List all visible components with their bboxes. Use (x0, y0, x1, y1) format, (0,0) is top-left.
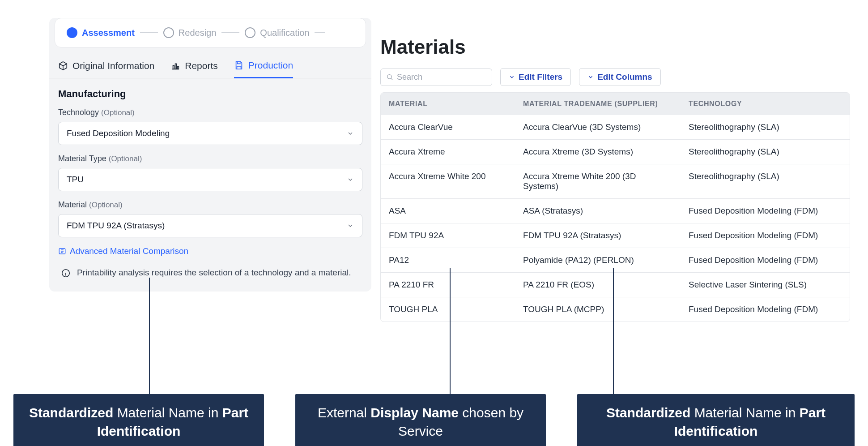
label-text: Material (58, 200, 87, 209)
tab-reports[interactable]: Reports (170, 60, 218, 78)
table-row[interactable]: ASAASA (Stratasys)Fused Deposition Model… (381, 198, 850, 223)
cell-material: TOUGH PLA (381, 297, 515, 322)
section-title: Manufacturing (49, 78, 371, 105)
step-qualification[interactable]: Qualification (245, 27, 309, 38)
cell-tradename: Polyamide (PA12) (PERLON) (515, 248, 681, 272)
step-dot-active-icon (67, 27, 77, 38)
cell-technology: Stereolithography (SLA) (681, 115, 842, 139)
cell-tradename: Accura Xtreme (3D Systems) (515, 140, 681, 164)
label-text: Technology (58, 108, 99, 117)
cell-material: PA 2210 FR (381, 273, 515, 297)
material-select[interactable]: FDM TPU 92A (Stratasys) (58, 214, 362, 237)
svg-point-5 (387, 75, 391, 79)
field-label: Material (Optional) (58, 200, 362, 210)
cell-technology: Stereolithography (SLA) (681, 140, 842, 164)
step-dot-hollow-icon (245, 27, 255, 38)
edit-filters-button[interactable]: Edit Filters (500, 68, 571, 86)
select-value: FDM TPU 92A (Stratasys) (67, 221, 165, 231)
technology-select[interactable]: Fused Deposition Modeling (58, 122, 362, 145)
callout-3: Standardized Material Name in Part Ident… (577, 394, 855, 446)
step-redesign[interactable]: Redesign (163, 27, 217, 38)
table-row[interactable]: FDM TPU 92AFDM TPU 92A (Stratasys)Fused … (381, 223, 850, 248)
cell-technology: Fused Deposition Modeling (FDM) (681, 223, 842, 248)
callout-text: Material Name in (113, 405, 222, 420)
optional-text: (Optional) (89, 201, 123, 209)
callout-1: Standardized Material Name in Part Ident… (13, 394, 264, 446)
search-icon (386, 73, 393, 81)
page-title: Materials (380, 36, 850, 58)
svg-rect-1 (175, 64, 177, 69)
cell-technology: Fused Deposition Modeling (FDM) (681, 248, 842, 272)
callout-text: Material Name in (690, 405, 799, 420)
toolbar: Edit Filters Edit Columns (380, 68, 850, 86)
step-label: Qualification (260, 28, 309, 38)
col-material[interactable]: MATERIAL (381, 93, 515, 115)
cell-material: ASA (381, 199, 515, 223)
chevron-down-icon (347, 130, 354, 137)
table-row[interactable]: Accura XtremeAccura Xtreme (3D Systems)S… (381, 139, 850, 164)
material-type-select[interactable]: TPU (58, 168, 362, 191)
step-label: Redesign (179, 28, 217, 38)
optional-text: (Optional) (101, 108, 135, 117)
cell-tradename: FDM TPU 92A (Stratasys) (515, 223, 681, 248)
left-panel: Assessment Redesign Qualification Origin… (49, 18, 371, 292)
label-text: Material Type (58, 154, 106, 163)
save-icon (234, 60, 244, 70)
select-value: Fused Deposition Modeling (67, 129, 170, 138)
table-row[interactable]: TOUGH PLATOUGH PLA (MCPP)Fused Depositio… (381, 297, 850, 322)
link-text: Advanced Material Comparison (70, 246, 188, 256)
cell-material: Accura Xtreme White 200 (381, 164, 515, 198)
workflow-stepper: Assessment Redesign Qualification (55, 18, 366, 47)
tab-label: Original Information (72, 60, 154, 71)
edit-columns-button[interactable]: Edit Columns (579, 68, 660, 86)
tabs: Original Information Reports Production (49, 47, 371, 78)
table-row[interactable]: Accura ClearVueAccura ClearVue (3D Syste… (381, 115, 850, 139)
step-connector (140, 32, 158, 33)
svg-rect-2 (178, 66, 179, 69)
col-tradename[interactable]: MATERIAL TRADENAME (SUPPLIER) (515, 93, 681, 115)
tab-original-information[interactable]: Original Information (58, 60, 154, 78)
callout-text: External (318, 405, 370, 420)
tab-label: Reports (185, 60, 218, 71)
field-technology: Technology (Optional) Fused Deposition M… (49, 105, 371, 151)
callout-line (450, 268, 451, 394)
search-input-wrapper[interactable] (380, 69, 492, 86)
cell-material: Accura ClearVue (381, 115, 515, 139)
field-label: Material Type (Optional) (58, 154, 362, 163)
callout-line (613, 268, 614, 394)
step-connector (315, 32, 325, 33)
chevron-down-icon (587, 74, 594, 80)
search-input[interactable] (397, 73, 501, 82)
cell-technology: Selective Laser Sintering (SLS) (681, 273, 842, 297)
step-assessment[interactable]: Assessment (67, 27, 135, 38)
callout-line (149, 278, 150, 394)
col-technology[interactable]: TECHNOLOGY (681, 93, 842, 115)
cell-technology: Stereolithography (SLA) (681, 164, 842, 198)
info-banner: Printability analysis requires the selec… (49, 262, 371, 292)
materials-table: MATERIAL MATERIAL TRADENAME (SUPPLIER) T… (380, 92, 850, 322)
cell-material: Accura Xtreme (381, 140, 515, 164)
svg-rect-0 (173, 65, 174, 69)
table-row[interactable]: PA12Polyamide (PA12) (PERLON)Fused Depos… (381, 248, 850, 272)
button-label: Edit Columns (597, 72, 652, 82)
callout-bold: Standardized (29, 405, 113, 420)
advanced-material-comparison-link[interactable]: Advanced Material Comparison (49, 244, 371, 262)
cell-tradename: PA 2210 FR (EOS) (515, 273, 681, 297)
cube-icon (58, 61, 68, 71)
cell-tradename: Accura ClearVue (3D Systems) (515, 115, 681, 139)
select-value: TPU (67, 175, 84, 184)
table-row[interactable]: PA 2210 FRPA 2210 FR (EOS)Selective Lase… (381, 272, 850, 297)
table-row[interactable]: Accura Xtreme White 200Accura Xtreme Whi… (381, 164, 850, 198)
tab-label: Production (248, 60, 293, 71)
field-label: Technology (Optional) (58, 108, 362, 117)
tab-production[interactable]: Production (234, 60, 293, 78)
optional-text: (Optional) (109, 154, 142, 163)
cell-tradename: TOUGH PLA (MCPP) (515, 297, 681, 322)
right-panel: Materials Edit Filters Edit Columns (380, 36, 850, 322)
compare-icon (58, 247, 66, 255)
cell-technology: Fused Deposition Modeling (FDM) (681, 199, 842, 223)
step-label: Assessment (82, 28, 135, 38)
chevron-down-icon (347, 222, 354, 229)
field-material: Material (Optional) FDM TPU 92A (Stratas… (49, 197, 371, 244)
cell-tradename: ASA (Stratasys) (515, 199, 681, 223)
